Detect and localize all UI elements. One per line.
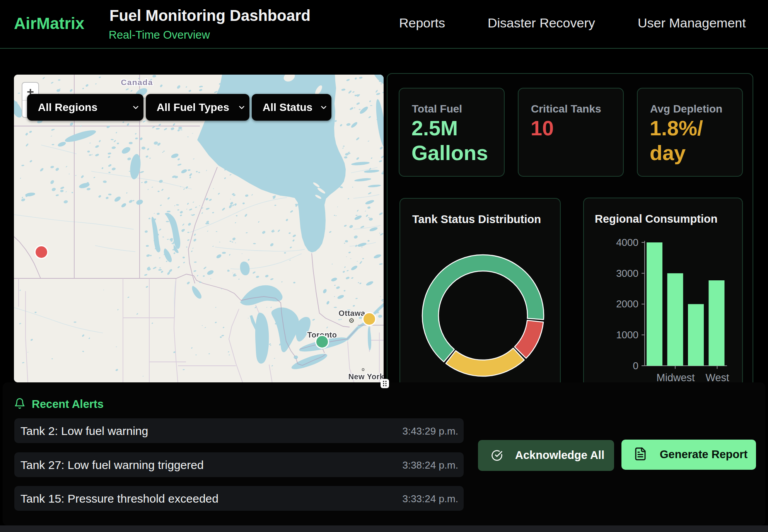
svg-text:2000: 2000 bbox=[616, 298, 638, 310]
svg-text:Midwest: Midwest bbox=[656, 372, 695, 383]
svg-text:3000: 3000 bbox=[616, 268, 638, 279]
svg-text:0: 0 bbox=[633, 360, 638, 372]
svg-text:Canada: Canada bbox=[121, 78, 153, 87]
svg-text:4000: 4000 bbox=[616, 237, 638, 248]
svg-text:West: West bbox=[705, 372, 729, 383]
svg-text:Ottawa: Ottawa bbox=[338, 309, 365, 317]
svg-text:New York: New York bbox=[348, 372, 384, 381]
svg-text:1000: 1000 bbox=[616, 329, 638, 341]
